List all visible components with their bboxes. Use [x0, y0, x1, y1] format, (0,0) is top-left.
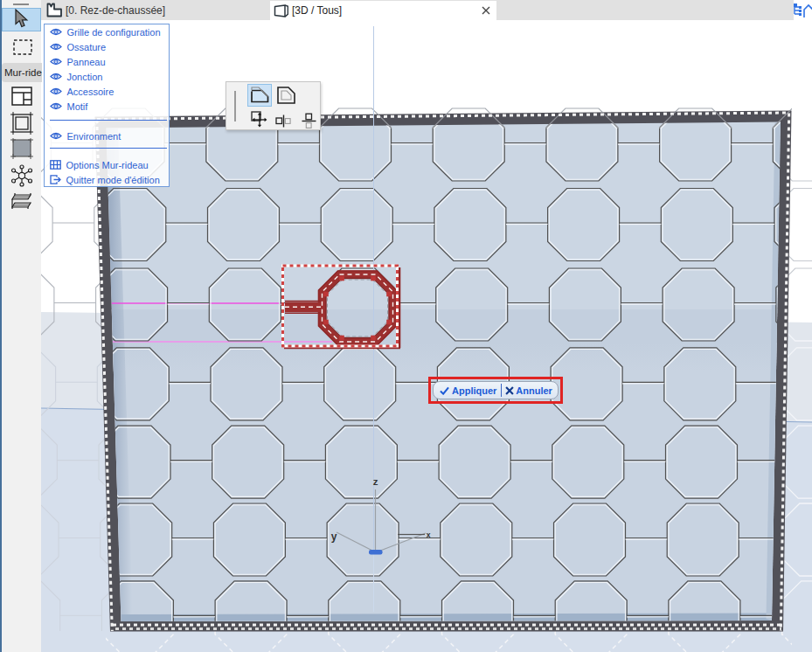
svg-text:x: x — [427, 531, 431, 539]
svg-text:z: z — [373, 476, 378, 487]
svg-text:y: y — [331, 531, 337, 543]
